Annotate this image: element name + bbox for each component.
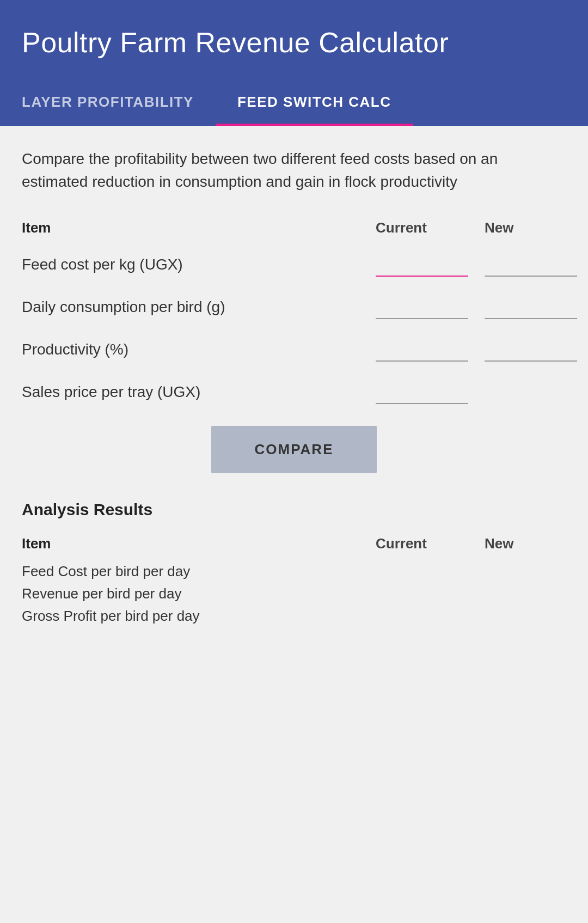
header: Poultry Farm Revenue Calculator bbox=[0, 0, 588, 78]
productivity-current-cell bbox=[370, 339, 479, 362]
feed-cost-result-row: Feed Cost per bird per day bbox=[22, 563, 566, 580]
analysis-results-title: Analysis Results bbox=[22, 500, 566, 519]
feed-cost-new-input[interactable] bbox=[485, 254, 577, 277]
revenue-result-row: Revenue per bird per day bbox=[22, 585, 566, 602]
tab-layer-profitability[interactable]: LAYER PROFITABILITY bbox=[0, 78, 216, 126]
sales-price-label: Sales price per tray (UGX) bbox=[22, 383, 370, 404]
daily-consumption-row: Daily consumption per bird (g) bbox=[22, 296, 566, 319]
sales-price-current-input[interactable] bbox=[376, 381, 468, 404]
compare-wrapper: COMPARE bbox=[22, 426, 566, 473]
feed-cost-new-cell bbox=[479, 254, 566, 277]
results-header-row: Item Current New bbox=[22, 535, 566, 552]
feed-cost-row: Feed cost per kg (UGX) bbox=[22, 254, 566, 277]
feed-cost-result-label: Feed Cost per bird per day bbox=[22, 563, 370, 580]
daily-consumption-current-cell bbox=[370, 296, 479, 319]
results-section: Analysis Results Item Current New Feed C… bbox=[22, 500, 566, 625]
col-header-current: Current bbox=[370, 219, 479, 236]
sales-price-row: Sales price per tray (UGX) bbox=[22, 381, 566, 404]
main-content: Compare the profitability between two di… bbox=[0, 126, 588, 652]
col-header-item: Item bbox=[22, 219, 370, 236]
productivity-current-input[interactable] bbox=[376, 339, 468, 362]
results-col-header-new: New bbox=[479, 535, 566, 552]
daily-consumption-label: Daily consumption per bird (g) bbox=[22, 298, 370, 319]
app-title: Poultry Farm Revenue Calculator bbox=[22, 26, 566, 59]
daily-consumption-new-input[interactable] bbox=[485, 296, 577, 319]
productivity-new-cell bbox=[479, 339, 566, 362]
feed-cost-label: Feed cost per kg (UGX) bbox=[22, 256, 370, 277]
daily-consumption-current-input[interactable] bbox=[376, 296, 468, 319]
compare-button[interactable]: COMPARE bbox=[211, 426, 377, 473]
input-section: Item Current New Feed cost per kg (UGX) … bbox=[22, 219, 566, 404]
revenue-result-label: Revenue per bird per day bbox=[22, 585, 370, 602]
col-header-new: New bbox=[479, 219, 566, 236]
feed-cost-current-cell bbox=[370, 254, 479, 277]
daily-consumption-new-cell bbox=[479, 296, 566, 319]
productivity-row: Productivity (%) bbox=[22, 339, 566, 362]
sales-price-current-cell bbox=[370, 381, 479, 404]
input-header-row: Item Current New bbox=[22, 219, 566, 236]
app-container: Poultry Farm Revenue Calculator LAYER PR… bbox=[0, 0, 588, 652]
tab-feed-switch-calc[interactable]: FEED SWITCH CALC bbox=[216, 78, 413, 126]
gross-profit-result-row: Gross Profit per bird per day bbox=[22, 608, 566, 625]
productivity-new-input[interactable] bbox=[485, 339, 577, 362]
results-col-header-current: Current bbox=[370, 535, 479, 552]
description-text: Compare the profitability between two di… bbox=[22, 148, 566, 193]
feed-cost-current-input[interactable] bbox=[376, 254, 468, 277]
results-col-header-item: Item bbox=[22, 535, 370, 552]
gross-profit-result-label: Gross Profit per bird per day bbox=[22, 608, 370, 625]
productivity-label: Productivity (%) bbox=[22, 341, 370, 362]
tab-bar: LAYER PROFITABILITY FEED SWITCH CALC bbox=[0, 78, 588, 126]
